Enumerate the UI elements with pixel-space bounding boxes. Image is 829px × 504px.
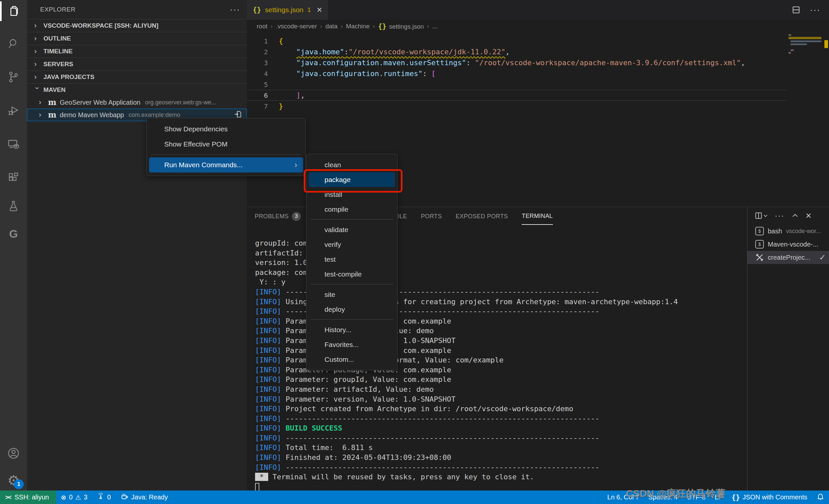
java-status[interactable]: Java: Ready xyxy=(115,491,173,504)
tab-settings-json[interactable]: {} settings.json 1 × xyxy=(247,0,328,20)
submenu-item-package[interactable]: package xyxy=(309,172,395,187)
code-line[interactable]: 7} xyxy=(247,101,787,112)
tools-icon xyxy=(755,253,764,262)
terminal-instance-bash[interactable]: $bashvscode-wor... xyxy=(747,224,829,238)
sidebar-section-outline[interactable]: ›OUTLINE xyxy=(27,32,247,45)
cursor-position[interactable]: Ln 6, Col 7 xyxy=(603,491,644,504)
submenu-item-install[interactable]: install xyxy=(309,187,395,202)
submenu-item-test-compile[interactable]: test-compile xyxy=(309,267,395,282)
submenu-item-site[interactable]: site xyxy=(309,287,395,302)
code-line-active[interactable]: 6 ], xyxy=(247,90,787,101)
info-tag: [INFO] xyxy=(255,405,281,413)
language-mode[interactable]: {} JSON with Comments xyxy=(727,491,812,504)
sidebar-section-vscode-workspace-ssh-aliyun-[interactable]: ›VSCODE-WORKSPACE [SSH: ALIYUN] xyxy=(27,19,247,32)
explorer-activity-button[interactable] xyxy=(0,1,27,22)
breadcrumb-item[interactable]: .vscode-server xyxy=(276,23,317,30)
panel-tab-exposed-ports[interactable]: EXPOSED PORTS xyxy=(456,207,508,225)
terminal-more-actions-icon[interactable]: ··· xyxy=(775,211,785,220)
breadcrumb-item[interactable]: Machine xyxy=(346,23,369,30)
encoding[interactable]: UTF-8 xyxy=(682,491,710,504)
sidebar-section-maven[interactable]: ›MAVEN xyxy=(27,83,247,96)
remote-indicator[interactable]: >< SSH: aliyun xyxy=(0,491,56,504)
maven-project-icon: m xyxy=(48,99,56,106)
maven-project-description: com.example:demo xyxy=(129,112,180,118)
panel-tab-label: PROBLEMS xyxy=(255,213,289,220)
split-editor-icon[interactable] xyxy=(791,5,801,14)
sidebar-section-servers[interactable]: ›SERVERS xyxy=(27,58,247,70)
menu-item-run-maven-commands-[interactable]: Run Maven Commands...› xyxy=(149,157,303,173)
submenu-item-test[interactable]: test xyxy=(309,252,395,267)
menu-item-show-dependencies[interactable]: Show Dependencies xyxy=(149,121,303,137)
terminal-line: [INFO] Parameter: version, Value: 1.0-SN… xyxy=(255,394,746,404)
submenu-item-favorites-[interactable]: Favorites... xyxy=(309,337,395,352)
source-control-activity-button[interactable] xyxy=(0,67,27,87)
line-number: 5 xyxy=(247,81,279,88)
split-terminal-icon[interactable] xyxy=(754,211,768,220)
notifications-bell[interactable] xyxy=(812,491,829,504)
terminal-line: [INFO] Parameter: groupId, Value: com.ex… xyxy=(255,374,746,385)
terminal-instance-maven-vscode-[interactable]: $Maven-vscode-... xyxy=(747,238,829,251)
menu-item-label: deploy xyxy=(324,305,345,313)
tab-close-icon[interactable]: × xyxy=(317,5,322,14)
submenu-item-validate[interactable]: validate xyxy=(309,222,395,237)
close-panel-icon[interactable]: × xyxy=(806,211,812,221)
info-tag: [INFO] xyxy=(255,375,281,384)
panel-tab-terminal[interactable]: TERMINAL xyxy=(521,207,552,225)
ports-status[interactable]: 0 xyxy=(92,491,115,504)
indentation[interactable]: Spaces: 4 xyxy=(644,491,682,504)
submenu-item-custom-[interactable]: Custom... xyxy=(309,352,395,367)
submenu-item-verify[interactable]: verify xyxy=(309,237,395,252)
line-number: 3 xyxy=(247,59,279,67)
submenu-item-clean[interactable]: clean xyxy=(309,157,395,172)
code-line[interactable]: 3 "java.configuration.maven.userSettings… xyxy=(247,57,787,68)
editor-more-actions-icon[interactable]: ··· xyxy=(810,5,821,15)
code-line[interactable]: 5 xyxy=(247,79,787,90)
maximize-panel-icon[interactable] xyxy=(791,212,799,220)
menu-separator xyxy=(310,219,393,220)
sidebar-section-java-projects[interactable]: ›JAVA PROJECTS xyxy=(27,70,247,83)
breadcrumb-item[interactable]: ... xyxy=(432,23,437,30)
submenu-item-history-[interactable]: History... xyxy=(309,322,395,337)
code-line[interactable]: 2 "java.home":"/root/vscode-workspace/jd… xyxy=(247,46,787,57)
problems-status[interactable]: ⊗ 0 ⚠ 3 xyxy=(56,491,92,504)
sidebar-section-timeline[interactable]: ›TIMELINE xyxy=(27,45,247,58)
code-token: { xyxy=(279,37,283,45)
test-beaker-icon xyxy=(7,200,20,212)
breadcrumb-separator-icon: › xyxy=(373,23,375,30)
code-line[interactable]: 1{ xyxy=(247,36,787,46)
breadcrumb-item[interactable]: root xyxy=(257,23,267,30)
maven-project-icon: m xyxy=(48,111,56,119)
info-tag: [INFO] xyxy=(255,415,281,423)
code-text: ], xyxy=(279,91,305,99)
panel-tab-problems[interactable]: PROBLEMS3 xyxy=(255,207,301,225)
info-tag: [INFO] xyxy=(255,298,281,306)
minimap[interactable] xyxy=(787,33,823,207)
testing-activity-button[interactable] xyxy=(0,195,27,217)
code-token: } xyxy=(279,102,283,110)
code-line[interactable]: 4 "java.configuration.runtimes": [ xyxy=(247,68,787,79)
eol-sequence[interactable]: LF xyxy=(710,491,727,504)
settings-gear-button[interactable]: ⚙ 1 xyxy=(0,470,27,491)
menu-item-label: clean xyxy=(324,161,341,169)
remote-explorer-activity-button[interactable] xyxy=(0,134,27,155)
submenu-item-deploy[interactable]: deploy xyxy=(309,302,395,317)
panel-tab-ports[interactable]: PORTS xyxy=(421,207,442,225)
terminal-instance-createprojec-[interactable]: createProjec...✓ xyxy=(747,251,829,264)
code-text: "java.configuration.maven.userSettings":… xyxy=(279,59,745,67)
vscode-window: G ⚙ 1 EXPLORER ··· ›VSCODE-WORKSPACE [SS… xyxy=(0,0,829,504)
maven-project-row[interactable]: ›mGeoServer Web Applicationorg.geoserver… xyxy=(27,96,247,109)
submenu-item-compile[interactable]: compile xyxy=(309,202,395,217)
accounts-button[interactable] xyxy=(0,443,27,464)
extensions-activity-button[interactable] xyxy=(0,167,27,188)
forwarded-ports-count: 0 xyxy=(107,494,111,501)
run-debug-activity-button[interactable] xyxy=(0,100,27,121)
geoserver-activity-button[interactable]: G xyxy=(0,223,27,244)
menu-item-show-effective-pom[interactable]: Show Effective POM xyxy=(149,137,303,152)
info-tag: [INFO] xyxy=(255,366,281,374)
breadcrumb-item[interactable]: {}settings.json xyxy=(378,23,424,30)
breadcrumb-item[interactable]: data xyxy=(325,23,338,30)
explorer-more-actions-icon[interactable]: ··· xyxy=(230,5,240,15)
breadcrumb-label: data xyxy=(325,23,338,30)
warning-marker xyxy=(824,40,828,48)
search-activity-button[interactable] xyxy=(0,33,27,54)
